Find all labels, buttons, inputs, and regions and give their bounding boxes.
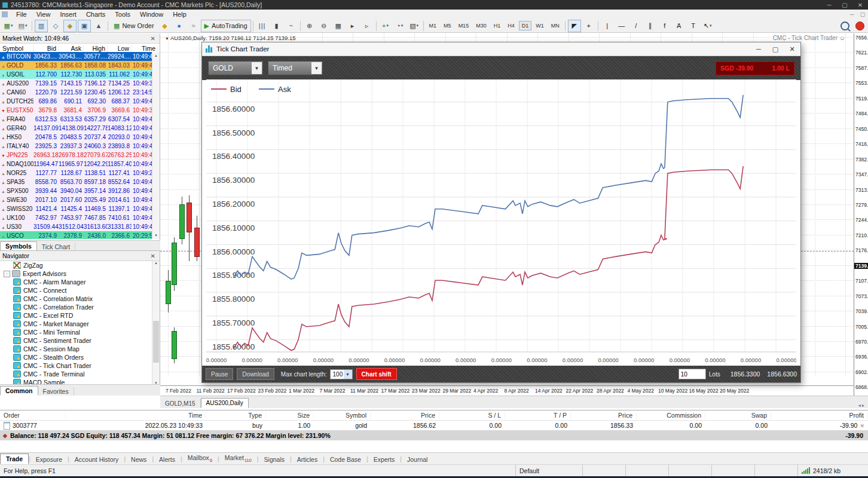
candlestick-chart-button[interactable]: ▮ (270, 20, 283, 32)
notification-icon[interactable] (855, 22, 864, 30)
trade-column-price[interactable]: Price (571, 412, 637, 419)
scrollbar-thumb[interactable] (153, 321, 159, 363)
market-watch-row[interactable]: ▲HK5020478.520483.520737.420293.010:49:4… (0, 133, 152, 142)
column-header-high[interactable]: High (84, 45, 108, 52)
column-header-bid[interactable]: Bid (33, 45, 59, 52)
profiles-button[interactable]: ▤▾ (16, 20, 29, 32)
market-watch-toggle[interactable]: ▥ (35, 20, 48, 32)
scroll-up-icon[interactable]: ▲ (152, 52, 160, 59)
trade-column-profit[interactable]: Profit (771, 412, 868, 419)
market-watch-row[interactable]: ▲AUS2007139.157143.157196.127134.2510:49… (0, 79, 152, 88)
column-header-low[interactable]: Low (108, 45, 132, 52)
navigator-item-cmc-connect[interactable]: CMC - Connect (0, 286, 152, 295)
terminal-tab-mailbox[interactable]: Mailbox6 (182, 453, 218, 464)
search-icon[interactable] (841, 22, 849, 30)
lots-input[interactable] (678, 369, 706, 379)
market-watch-row[interactable]: ▼JPN22526963.1826978.1827079.6726763.251… (0, 151, 152, 160)
chart-restore-button[interactable]: ▢ (857, 11, 868, 17)
equidistant-channel-button[interactable]: ∥ (644, 20, 657, 32)
terminal-tab-trade[interactable]: Trade (0, 454, 29, 464)
new-chart-button[interactable]: ▦▾ (2, 20, 15, 32)
metaeditor-button[interactable]: ◆ (158, 20, 172, 32)
navigator-tab-common[interactable]: Common (0, 386, 38, 396)
column-header-ask[interactable]: Ask (59, 45, 84, 52)
crosshair-button[interactable]: + (582, 20, 595, 32)
text-button[interactable]: A (673, 20, 686, 32)
navigator-item-expert-advisors[interactable]: -Expert Advisors (0, 269, 152, 278)
market-watch-row[interactable]: ▲GOLD1856.331856.631858.081843.0310:49:4… (0, 61, 152, 70)
trade-column-time[interactable]: Time (66, 412, 206, 419)
market-watch-row[interactable]: ▲SWE302017.102017.602025.492014.6110:49:… (0, 195, 152, 204)
menu-item-file[interactable]: File (11, 11, 32, 18)
close-order-icon[interactable]: ✕ (860, 423, 864, 429)
market-watch-row[interactable]: ▲US3031509.4431512.0431613.6031331.8310:… (0, 222, 152, 231)
navigator-close-icon[interactable]: ✕ (149, 253, 157, 259)
trade-column-swap[interactable]: Swap (705, 412, 771, 419)
horizontal-line-button[interactable]: — (615, 20, 628, 32)
trade-column-symbol[interactable]: Symbol (314, 412, 371, 419)
close-position-button[interactable]: SGD -39.90 1.00 L (716, 62, 794, 75)
autotrading-toggle[interactable]: ▶AutoTrading (201, 20, 251, 32)
signals-button[interactable]: ≈ (187, 20, 200, 32)
chart-tab-aus200-daily[interactable]: AUS200,Daily (201, 398, 249, 408)
trade-column-s-l[interactable]: S / L (439, 412, 505, 419)
download-button[interactable]: Download (237, 368, 274, 380)
pause-button[interactable]: Pause (206, 368, 233, 380)
market-watch-row[interactable]: ▼EUSTX503679.83681.43706.93669.610:49:34 (0, 106, 152, 115)
trade-column-t-p[interactable]: T / P (505, 412, 571, 419)
terminal-tab-experts[interactable]: Experts (368, 455, 401, 464)
trade-column-commission[interactable]: Commission (637, 412, 705, 419)
navigator-item-cmc-mini-terminal[interactable]: CMC - Mini Terminal (0, 328, 152, 336)
timeframe-w1-button[interactable]: W1 (533, 21, 547, 30)
market-watch-row[interactable]: ▲SPA358558.708563.708597.188552.6410:49:… (0, 177, 152, 186)
navigator-toggle[interactable]: ◆ (63, 20, 77, 32)
market-watch-row[interactable]: ▲CAN601220.791221.591230.451206.1223:14:… (0, 88, 152, 97)
cursor-button[interactable]: ◤ (568, 20, 581, 32)
market-watch-row[interactable]: ▲SPX5003939.443940.043957.143912.8610:49… (0, 186, 152, 195)
market-watch-row[interactable]: ▲FRA406312.536313.536357.296307.5410:49:… (0, 115, 152, 124)
timeframe-h1-button[interactable]: H1 (491, 21, 504, 30)
templates-button[interactable]: ▧▾ (408, 20, 421, 32)
market-watch-row[interactable]: ▲UK1007452.977453.977467.857410.6110:49:… (0, 213, 152, 222)
terminal-tab-code-base[interactable]: Code Base (325, 455, 366, 464)
market-watch-row[interactable]: ▲USOIL112.700112.730113.035111.06210:49:… (0, 70, 152, 79)
navigator-item-cmc-session-map[interactable]: CMC - Session Map (0, 345, 152, 353)
timeframe-mn-button[interactable]: MN (548, 21, 563, 30)
chart-minimize-button[interactable]: ─ (846, 11, 857, 17)
periods-button[interactable]: ◔▾ (393, 20, 407, 32)
tile-windows-button[interactable]: ▦ (332, 20, 345, 32)
terminal-tab-exposure[interactable]: Exposure (30, 455, 68, 464)
timeframe-m30-button[interactable]: M30 (473, 21, 490, 30)
scroll-up-icon[interactable]: ▲ (152, 261, 160, 265)
chart-shift-button[interactable]: Chart shift (356, 368, 397, 380)
trade-table-row[interactable]: 30037772022.05.23 10:49:33buy1.00gold185… (0, 421, 868, 430)
market-watch-row[interactable]: ▲USCO2374.92378.92436.02366.620:29:54 (0, 231, 152, 239)
menu-item-insert[interactable]: Insert (55, 11, 81, 18)
navigator-item-cmc-market-manager[interactable]: CMC - Market Manager (0, 320, 152, 328)
navigator-item-cmc-trade-terminal[interactable]: CMC - Trade Terminal (0, 370, 152, 378)
navigator-item-cmc-sentiment-trader[interactable]: CMC - Sentiment Trader (0, 336, 152, 345)
timeframe-m15-button[interactable]: M15 (456, 21, 472, 30)
auto-scroll-button[interactable]: ▸ (346, 20, 359, 32)
market-watch-scrollbar[interactable]: ▲ ▼ (152, 52, 160, 239)
indicators-button[interactable]: +▾ (379, 20, 392, 32)
navigator-item-cmc-excel-rtd[interactable]: CMC - Excel RTD (0, 311, 152, 320)
terminal-tab-account-history[interactable]: Account History (69, 455, 124, 464)
text-label-button[interactable]: T (687, 20, 700, 32)
market-watch-row[interactable]: ▲BITCOIN30423....30543....30577....29924… (0, 52, 152, 61)
terminal-toggle[interactable]: ▣ (78, 20, 91, 32)
terminal-tab-market[interactable]: Market110 (219, 453, 257, 464)
trade-column-size[interactable]: Size (266, 412, 314, 419)
menu-item-charts[interactable]: Charts (81, 11, 110, 18)
max-chart-length-select[interactable]: 100 ▼ (330, 369, 353, 379)
column-header-time[interactable]: Time (132, 45, 158, 52)
terminal-tab-alerts[interactable]: Alerts (154, 455, 181, 464)
chart-tab-gold-m15[interactable]: GOLD,M15 (160, 399, 201, 408)
tick-window-close-button[interactable]: ✕ (784, 45, 800, 53)
navigator-item-zigzag[interactable]: ZigZag (0, 261, 152, 269)
navigator-item-cmc-tick-chart-trader[interactable]: CMC - Tick Chart Trader (0, 361, 152, 370)
tick-window-minimize-button[interactable]: ─ (750, 45, 767, 53)
column-header-symbol[interactable]: Symbol (0, 45, 33, 52)
ea-smiley-icon[interactable]: ☺ (839, 35, 845, 41)
market-watch-row[interactable]: ▲NOR251127.771128.671138.511127.4110:49:… (0, 168, 152, 177)
